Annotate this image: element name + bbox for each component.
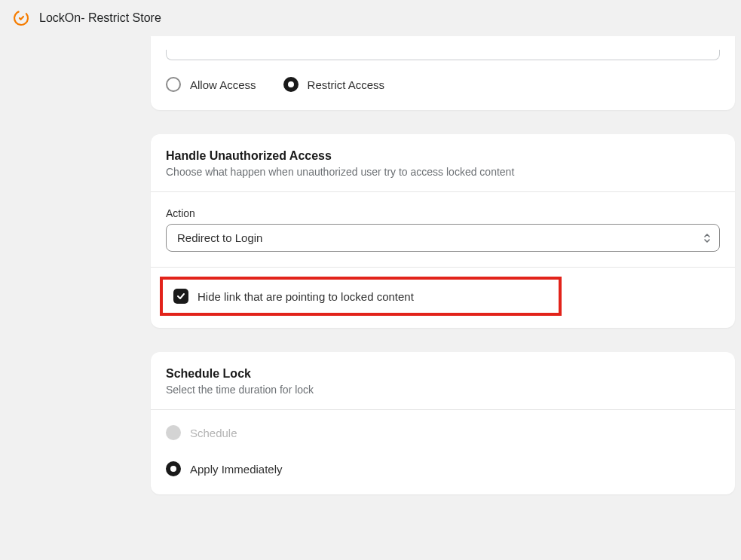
unauthorized-title: Handle Unauthorized Access — [166, 149, 720, 163]
access-radio-group: Allow Access Restrict Access — [166, 77, 720, 92]
apply-immediately-radio[interactable]: Apply Immediately — [166, 461, 720, 476]
unauthorized-access-card: Handle Unauthorized Access Choose what h… — [151, 134, 735, 328]
allow-access-radio[interactable]: Allow Access — [166, 77, 256, 92]
radio-selected-icon — [283, 77, 299, 92]
hide-link-highlight: Hide link that are pointing to locked co… — [160, 277, 562, 316]
app-logo-icon — [12, 9, 30, 27]
checkbox-checked-icon — [173, 289, 188, 304]
partial-field-bottom — [166, 50, 720, 60]
action-select[interactable]: Redirect to Login — [166, 224, 720, 252]
unauthorized-subtitle: Choose what happen when unauthorized use… — [166, 166, 720, 178]
schedule-card-header: Schedule Lock Select the time duration f… — [151, 352, 735, 410]
action-field-label: Action — [166, 207, 720, 219]
hide-link-label: Hide link that are pointing to locked co… — [197, 290, 414, 303]
hide-link-section: Hide link that are pointing to locked co… — [151, 267, 735, 328]
restrict-access-label: Restrict Access — [308, 78, 385, 91]
radio-disabled-icon — [166, 425, 181, 440]
action-select-wrap: Redirect to Login — [166, 224, 720, 252]
action-select-value: Redirect to Login — [177, 231, 262, 244]
app-header: LockOn- Restrict Store — [0, 0, 741, 36]
schedule-radio-group: Schedule Apply Immediately — [166, 425, 720, 476]
restrict-access-radio[interactable]: Restrict Access — [283, 77, 385, 92]
unauthorized-card-body: Action Redirect to Login — [151, 192, 735, 267]
hide-link-checkbox-row[interactable]: Hide link that are pointing to locked co… — [173, 289, 414, 304]
unauthorized-card-header: Handle Unauthorized Access Choose what h… — [151, 134, 735, 192]
schedule-subtitle: Select the time duration for lock — [166, 384, 720, 396]
allow-access-label: Allow Access — [190, 78, 256, 91]
schedule-radio: Schedule — [166, 425, 720, 440]
radio-selected-icon — [166, 461, 181, 476]
schedule-card-body: Schedule Apply Immediately — [151, 410, 735, 494]
schedule-radio-label: Schedule — [190, 427, 237, 439]
main-content: Allow Access Restrict Access Handle Unau… — [151, 36, 741, 494]
schedule-title: Schedule Lock — [166, 367, 720, 381]
schedule-lock-card: Schedule Lock Select the time duration f… — [151, 352, 735, 494]
access-card: Allow Access Restrict Access — [151, 36, 735, 110]
radio-icon — [166, 77, 181, 92]
apply-immediately-label: Apply Immediately — [190, 463, 283, 476]
app-title: LockOn- Restrict Store — [39, 11, 161, 25]
